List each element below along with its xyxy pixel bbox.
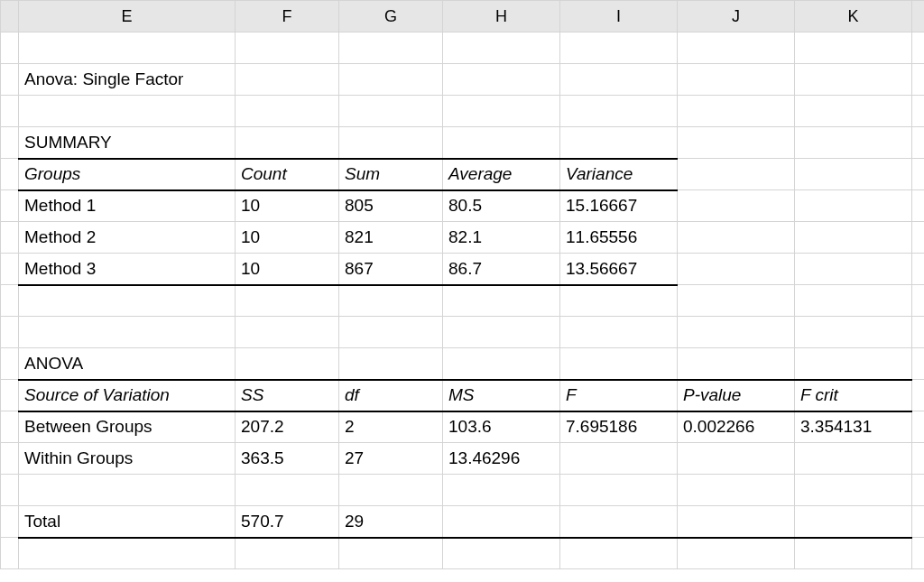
- table-row[interactable]: [1, 475, 925, 506]
- summary-count[interactable]: 10: [236, 222, 339, 254]
- anova-sov[interactable]: Within Groups: [19, 443, 236, 475]
- anova-data-row[interactable]: Within Groups 363.5 27 13.46296: [1, 443, 925, 475]
- anova-title[interactable]: Anova: Single Factor: [19, 64, 236, 96]
- summary-data-row[interactable]: Method 2 10 821 82.1 11.65556: [1, 222, 925, 254]
- anova-sov[interactable]: Between Groups: [19, 411, 236, 443]
- summary-average[interactable]: 82.1: [443, 222, 560, 254]
- summary-sum[interactable]: 805: [339, 190, 443, 222]
- col-header-H[interactable]: H: [443, 1, 560, 32]
- anova-p[interactable]: 0.002266: [678, 411, 795, 443]
- anova-header-row[interactable]: Source of Variation SS df MS F P-value F…: [1, 380, 925, 411]
- summary-count[interactable]: 10: [236, 254, 339, 285]
- anova-ss[interactable]: 207.2: [236, 411, 339, 443]
- anova-col-sov[interactable]: Source of Variation: [19, 380, 236, 411]
- summary-group[interactable]: Method 3: [19, 254, 236, 285]
- summary-count[interactable]: 10: [236, 190, 339, 222]
- summary-data-row[interactable]: Method 3 10 867 86.7 13.56667: [1, 254, 925, 285]
- summary-average[interactable]: 80.5: [443, 190, 560, 222]
- anova-fcrit[interactable]: [795, 443, 912, 475]
- table-row[interactable]: [1, 285, 925, 317]
- col-header-J[interactable]: J: [678, 1, 795, 32]
- table-row[interactable]: [1, 32, 925, 64]
- summary-col-variance[interactable]: Variance: [560, 159, 678, 190]
- anova-fcrit[interactable]: 3.354131: [795, 411, 912, 443]
- anova-data-row[interactable]: Between Groups 207.2 2 103.6 7.695186 0.…: [1, 411, 925, 443]
- col-header-I[interactable]: I: [560, 1, 678, 32]
- column-header-row: E F G H I J K: [1, 1, 925, 32]
- summary-group[interactable]: Method 1: [19, 190, 236, 222]
- anova-total-ss[interactable]: 570.7: [236, 506, 339, 538]
- summary-col-groups[interactable]: Groups: [19, 159, 236, 190]
- anova-p[interactable]: [678, 443, 795, 475]
- summary-variance[interactable]: 15.16667: [560, 190, 678, 222]
- anova-col-ss[interactable]: SS: [236, 380, 339, 411]
- table-row[interactable]: [1, 317, 925, 348]
- anova-col-fcrit[interactable]: F crit: [795, 380, 912, 411]
- anova-f[interactable]: [560, 443, 678, 475]
- summary-heading[interactable]: SUMMARY: [19, 127, 236, 159]
- summary-header-row[interactable]: Groups Count Sum Average Variance: [1, 159, 925, 190]
- table-row[interactable]: [1, 538, 925, 569]
- anova-col-pvalue[interactable]: P-value: [678, 380, 795, 411]
- anova-total-df[interactable]: 29: [339, 506, 443, 538]
- col-header-K[interactable]: K: [795, 1, 912, 32]
- anova-df[interactable]: 2: [339, 411, 443, 443]
- anova-df[interactable]: 27: [339, 443, 443, 475]
- summary-sum[interactable]: 821: [339, 222, 443, 254]
- anova-ss[interactable]: 363.5: [236, 443, 339, 475]
- table-row[interactable]: [1, 96, 925, 127]
- anova-col-f[interactable]: F: [560, 380, 678, 411]
- anova-ms[interactable]: 13.46296: [443, 443, 560, 475]
- anova-col-ms[interactable]: MS: [443, 380, 560, 411]
- anova-total-row[interactable]: Total 570.7 29: [1, 506, 925, 538]
- anova-f[interactable]: 7.695186: [560, 411, 678, 443]
- col-header-G[interactable]: G: [339, 1, 443, 32]
- summary-group[interactable]: Method 2: [19, 222, 236, 254]
- anova-total-label[interactable]: Total: [19, 506, 236, 538]
- table-row[interactable]: ANOVA: [1, 348, 925, 380]
- summary-average[interactable]: 86.7: [443, 254, 560, 285]
- summary-col-sum[interactable]: Sum: [339, 159, 443, 190]
- col-header-F[interactable]: F: [236, 1, 339, 32]
- summary-data-row[interactable]: Method 1 10 805 80.5 15.16667: [1, 190, 925, 222]
- anova-col-df[interactable]: df: [339, 380, 443, 411]
- summary-variance[interactable]: 11.65556: [560, 222, 678, 254]
- corner-cell: [1, 1, 19, 32]
- col-header-tail: [912, 1, 925, 32]
- spreadsheet-grid[interactable]: E F G H I J K Anova: Single Factor SUMMA…: [0, 0, 924, 569]
- anova-heading[interactable]: ANOVA: [19, 348, 236, 380]
- col-header-E[interactable]: E: [19, 1, 236, 32]
- summary-col-average[interactable]: Average: [443, 159, 560, 190]
- table-row[interactable]: Anova: Single Factor: [1, 64, 925, 96]
- anova-ms[interactable]: 103.6: [443, 411, 560, 443]
- summary-variance[interactable]: 13.56667: [560, 254, 678, 285]
- summary-col-count[interactable]: Count: [236, 159, 339, 190]
- summary-sum[interactable]: 867: [339, 254, 443, 285]
- table-row[interactable]: SUMMARY: [1, 127, 925, 159]
